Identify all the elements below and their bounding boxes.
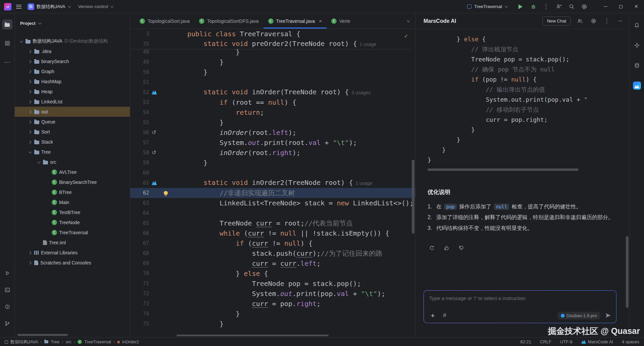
code-line[interactable]: 73 curr = pop.right; [130, 299, 415, 309]
status-62-21[interactable]: 62:21 [520, 339, 531, 344]
model-selector[interactable]: Doubao-1.5-pro [558, 312, 600, 319]
tree-chevron[interactable] [27, 151, 32, 153]
tree-chevron[interactable] [27, 70, 32, 73]
context-hash-button[interactable]: # [441, 311, 449, 319]
tree-chevron[interactable] [27, 81, 32, 83]
breadcrumb-item-src[interactable]: src [66, 339, 71, 344]
ai-more-button[interactable]: ⋮ [602, 17, 611, 26]
code-line[interactable]: 57 System.out.print(root.val + "\t"); [130, 138, 415, 148]
tree-item-scratches-and-consoles[interactable]: Scratches and Consoles [15, 258, 130, 268]
status-crlf[interactable]: CRLF [540, 339, 551, 344]
code-line[interactable]: 62 //非递归实现遍历二叉树 [130, 188, 415, 198]
window-minimize-button[interactable] [598, 0, 613, 13]
search-everywhere-button[interactable] [567, 2, 576, 11]
recursive-call-icon[interactable]: ↺ [152, 130, 156, 135]
tree-item-testbtree[interactable]: TestBTree [15, 207, 130, 217]
tree-item-idea[interactable]: .idea [15, 46, 130, 56]
code-line[interactable]: 3public class TreeTraversal { [130, 29, 411, 39]
code-line[interactable]: 58↺ inOrder(root.right); [130, 148, 415, 158]
thumbs-up-button[interactable] [442, 244, 451, 252]
status-marscode-ai[interactable]: MarsCode AI [581, 339, 613, 344]
code-line[interactable]: 59 } [130, 158, 415, 168]
code-line[interactable]: 50 } [130, 67, 415, 77]
regenerate-button[interactable] [428, 244, 436, 252]
tree-item-out[interactable]: out [15, 107, 130, 117]
marscode-tool-button[interactable] [632, 81, 642, 91]
project-tool-button[interactable] [2, 19, 12, 30]
recursive-call-icon[interactable]: ↺ [152, 150, 156, 155]
code-line[interactable]: 54 return; [130, 107, 415, 117]
tab-close-icon[interactable]: × [319, 18, 322, 24]
tree-item-hashmap[interactable]: HashMap [15, 77, 130, 87]
ai-settings-button[interactable] [589, 17, 598, 26]
tree-chevron[interactable] [27, 131, 32, 133]
tab-treetraversal-java[interactable]: TreeTraversal.java× [263, 13, 327, 29]
notifications-button[interactable] [632, 20, 642, 30]
project-widget[interactable]: 数 数据结构JAVA [28, 3, 70, 10]
window-close-button[interactable]: × [629, 0, 644, 13]
tree-chevron[interactable] [27, 91, 32, 93]
send-button[interactable] [604, 311, 612, 319]
inspections-status-icon[interactable]: ✓ [404, 33, 408, 39]
more-actions-button[interactable]: ⋮ [541, 2, 551, 11]
new-chat-button[interactable]: New Chat [542, 16, 571, 26]
code-line[interactable]: 64 [130, 208, 415, 218]
main-menu-icon[interactable] [16, 5, 21, 9]
tab-topologicalsort-java[interactable]: TopologicalSort.java [135, 13, 194, 29]
usages-hint[interactable]: 3 usages [349, 90, 371, 95]
code-with-me-button[interactable] [554, 2, 563, 11]
editor-vscrollbar[interactable] [412, 160, 414, 234]
code-line[interactable]: 65 TreeNode curr = root;//代表当前节点 [130, 218, 415, 228]
settings-button[interactable] [580, 2, 589, 11]
breadcrumb-item-java[interactable]: 数据结构JAVA [5, 339, 38, 345]
code-line[interactable]: 67 if (curr != null) { [130, 238, 415, 248]
tree-chevron[interactable] [27, 262, 32, 264]
code-line[interactable]: 53 if (root == null) { [130, 97, 415, 107]
tree-item-binarysearchtree[interactable]: BinarySearchTree [15, 177, 130, 187]
terminal-tool-button[interactable] [2, 285, 12, 295]
ai-community-button[interactable] [576, 17, 584, 26]
tree-item-heap[interactable]: Heap [15, 87, 130, 97]
code-line[interactable]: 70 } else { [130, 268, 415, 279]
code-line[interactable]: 56↺ inOrder(root.left); [130, 128, 415, 138]
tree-item-main[interactable]: Main [15, 197, 130, 207]
tree-chevron[interactable] [27, 252, 32, 254]
tree-item-linkedlist[interactable]: LinkedList [15, 97, 130, 107]
ai-hide-button[interactable] [616, 17, 625, 26]
tree-item-sort[interactable]: Sort [15, 127, 130, 137]
tree-item-src[interactable]: src [15, 157, 130, 167]
editor-hscrollbar[interactable] [177, 335, 329, 336]
more-tool-windows-button[interactable]: ⋯ [2, 57, 12, 67]
tree-chevron[interactable] [27, 111, 32, 113]
vcs-widget[interactable]: Version control [78, 4, 113, 9]
tree-item-avltree[interactable]: AVLTree [15, 167, 130, 177]
project-hscrollbar[interactable] [17, 334, 68, 336]
tree-item-treetraversal[interactable]: TreeTraversal [15, 228, 130, 238]
tree-item-tree-iml[interactable]: Tree.iml [15, 238, 130, 248]
window-maximize-button[interactable] [613, 0, 629, 13]
tree-chevron[interactable] [27, 121, 32, 123]
tree-chevron[interactable] [27, 50, 32, 53]
problems-tool-button[interactable] [2, 302, 12, 312]
ai-code-hscrollbar[interactable] [428, 168, 579, 171]
ai-panel-vscrollbar[interactable] [626, 236, 629, 308]
tab-verte[interactable]: Verte [327, 13, 355, 29]
tree-item-treenode[interactable]: TreeNode [15, 217, 130, 228]
status-4-spaces[interactable]: 4 spaces [622, 339, 639, 344]
debug-button[interactable] [529, 2, 538, 11]
code-line[interactable]: 74 } [130, 309, 415, 319]
code-line[interactable]: 35 static void preOrder2(TreeNode root) … [130, 39, 411, 49]
tree-item-java[interactable]: 数据结构JAVA D:\Desktop\数据结构 [15, 36, 130, 46]
tab-topologicalsortdfs-java[interactable]: TopologicalSortDFS.java [194, 13, 263, 29]
breadcrumb-item-tree[interactable]: Tree [44, 339, 59, 344]
status-utf-8[interactable]: UTF-8 [560, 339, 573, 344]
intention-bulb-icon[interactable] [164, 191, 168, 195]
usages-hint[interactable]: 1 usage [353, 181, 373, 186]
code-line[interactable]: 63 LinkedList<TreeNode> stack = new Link… [130, 198, 415, 208]
tree-item-graph[interactable]: Graph [15, 66, 130, 77]
tree-item-binarysearch[interactable]: binarySearch [15, 56, 130, 66]
tree-item-external-libraries[interactable]: External Libraries [15, 248, 130, 258]
tree-chevron[interactable] [36, 161, 41, 163]
thumbs-down-button[interactable] [457, 244, 466, 252]
ai-assistant-tool-button[interactable] [632, 40, 642, 50]
